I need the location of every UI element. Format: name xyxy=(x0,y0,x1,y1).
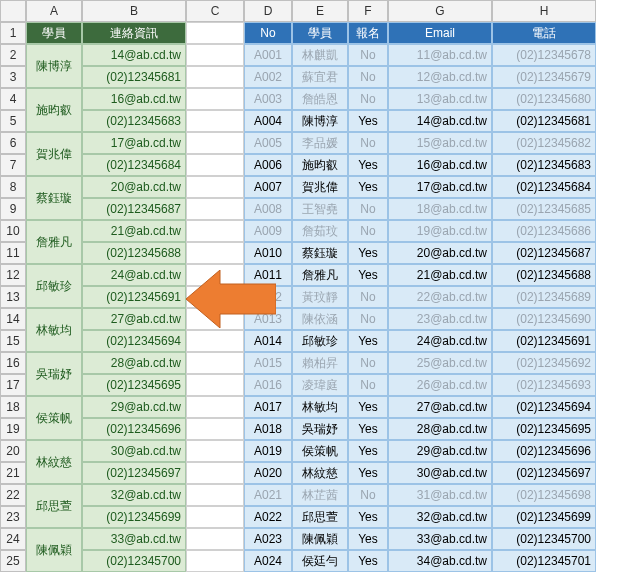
right-signup-13: Yes xyxy=(348,330,388,352)
col-header-C[interactable]: C xyxy=(186,0,244,22)
row-header-6[interactable]: 6 xyxy=(0,132,26,154)
right-phone-17: (02)12345695 xyxy=(492,418,596,440)
row-header-13[interactable]: 13 xyxy=(0,286,26,308)
row-header-14[interactable]: 14 xyxy=(0,308,26,330)
col-header-D[interactable]: D xyxy=(244,0,292,22)
col-header-B[interactable]: B xyxy=(82,0,186,22)
right-email-7: 18@ab.cd.tw xyxy=(388,198,492,220)
left-contact-2-1: (02)12345684 xyxy=(82,154,186,176)
row-header-20[interactable]: 20 xyxy=(0,440,26,462)
row-header-24[interactable]: 24 xyxy=(0,528,26,550)
right-no-5: A006 xyxy=(244,154,292,176)
right-phone-12: (02)12345690 xyxy=(492,308,596,330)
spreadsheet-grid: ABCDEFGH1學員連絡資訊No學員報名Email電話2陳博淳14@ab.cd… xyxy=(0,0,627,572)
row-header-22[interactable]: 22 xyxy=(0,484,26,506)
right-no-9: A010 xyxy=(244,242,292,264)
right-signup-15: No xyxy=(348,374,388,396)
row-header-25[interactable]: 25 xyxy=(0,550,26,572)
row-header-21[interactable]: 21 xyxy=(0,462,26,484)
right-no-23: A024 xyxy=(244,550,292,572)
right-no-13: A014 xyxy=(244,330,292,352)
row-header-1[interactable]: 1 xyxy=(0,22,26,44)
row-header-17[interactable]: 17 xyxy=(0,374,26,396)
cell-c1 xyxy=(186,22,244,44)
left-contact-10-1: (02)12345699 xyxy=(82,506,186,528)
cell-c4 xyxy=(186,88,244,110)
cell-c2 xyxy=(186,44,244,66)
row-header-5[interactable]: 5 xyxy=(0,110,26,132)
right-phone-0: (02)12345678 xyxy=(492,44,596,66)
right-header-no: No xyxy=(244,22,292,44)
row-header-12[interactable]: 12 xyxy=(0,264,26,286)
col-header-F[interactable]: F xyxy=(348,0,388,22)
cell-c10 xyxy=(186,220,244,242)
cell-c3 xyxy=(186,66,244,88)
right-name-3: 陳博淳 xyxy=(292,110,348,132)
right-no-2: A003 xyxy=(244,88,292,110)
cell-c24 xyxy=(186,528,244,550)
row-header-18[interactable]: 18 xyxy=(0,396,26,418)
col-header-A[interactable]: A xyxy=(26,0,82,22)
right-phone-7: (02)12345685 xyxy=(492,198,596,220)
right-phone-4: (02)12345682 xyxy=(492,132,596,154)
cell-c11 xyxy=(186,242,244,264)
left-contact-4-0: 21@ab.cd.tw xyxy=(82,220,186,242)
right-email-2: 13@ab.cd.tw xyxy=(388,88,492,110)
right-no-4: A005 xyxy=(244,132,292,154)
row-header-16[interactable]: 16 xyxy=(0,352,26,374)
row-header-4[interactable]: 4 xyxy=(0,88,26,110)
svg-marker-0 xyxy=(186,270,276,328)
col-header-E[interactable]: E xyxy=(292,0,348,22)
left-arrow-shape xyxy=(186,270,276,328)
left-name-3: 蔡鈺璇 xyxy=(26,176,82,220)
right-name-14: 賴柏昇 xyxy=(292,352,348,374)
cell-c18 xyxy=(186,396,244,418)
right-signup-18: Yes xyxy=(348,440,388,462)
right-email-9: 20@ab.cd.tw xyxy=(388,242,492,264)
row-header-3[interactable]: 3 xyxy=(0,66,26,88)
right-signup-6: Yes xyxy=(348,176,388,198)
row-header-2[interactable]: 2 xyxy=(0,44,26,66)
cell-c17 xyxy=(186,374,244,396)
right-email-22: 33@ab.cd.tw xyxy=(388,528,492,550)
right-email-15: 26@ab.cd.tw xyxy=(388,374,492,396)
right-signup-16: Yes xyxy=(348,396,388,418)
right-name-17: 吳瑞妤 xyxy=(292,418,348,440)
right-signup-23: Yes xyxy=(348,550,388,572)
right-email-14: 25@ab.cd.tw xyxy=(388,352,492,374)
left-name-10: 邱思萱 xyxy=(26,484,82,528)
right-signup-0: No xyxy=(348,44,388,66)
cell-c5 xyxy=(186,110,244,132)
row-header-11[interactable]: 11 xyxy=(0,242,26,264)
row-header-9[interactable]: 9 xyxy=(0,198,26,220)
row-header-10[interactable]: 10 xyxy=(0,220,26,242)
row-header-23[interactable]: 23 xyxy=(0,506,26,528)
right-email-21: 32@ab.cd.tw xyxy=(388,506,492,528)
row-header-7[interactable]: 7 xyxy=(0,154,26,176)
right-phone-23: (02)12345701 xyxy=(492,550,596,572)
row-header-19[interactable]: 19 xyxy=(0,418,26,440)
right-signup-7: No xyxy=(348,198,388,220)
left-contact-11-0: 33@ab.cd.tw xyxy=(82,528,186,550)
right-no-19: A020 xyxy=(244,462,292,484)
right-phone-1: (02)12345679 xyxy=(492,66,596,88)
cell-c9 xyxy=(186,198,244,220)
right-email-11: 22@ab.cd.tw xyxy=(388,286,492,308)
left-contact-8-0: 29@ab.cd.tw xyxy=(82,396,186,418)
right-no-6: A007 xyxy=(244,176,292,198)
right-phone-8: (02)12345686 xyxy=(492,220,596,242)
right-phone-21: (02)12345699 xyxy=(492,506,596,528)
cell-c25 xyxy=(186,550,244,572)
right-name-2: 詹皓恩 xyxy=(292,88,348,110)
right-name-9: 蔡鈺璇 xyxy=(292,242,348,264)
col-header-H[interactable]: H xyxy=(492,0,596,22)
left-contact-6-0: 27@ab.cd.tw xyxy=(82,308,186,330)
row-header-15[interactable]: 15 xyxy=(0,330,26,352)
right-name-4: 李品媛 xyxy=(292,132,348,154)
right-header-email: Email xyxy=(388,22,492,44)
right-name-20: 林芷茜 xyxy=(292,484,348,506)
right-no-1: A002 xyxy=(244,66,292,88)
row-header-8[interactable]: 8 xyxy=(0,176,26,198)
col-header-G[interactable]: G xyxy=(388,0,492,22)
right-email-18: 29@ab.cd.tw xyxy=(388,440,492,462)
